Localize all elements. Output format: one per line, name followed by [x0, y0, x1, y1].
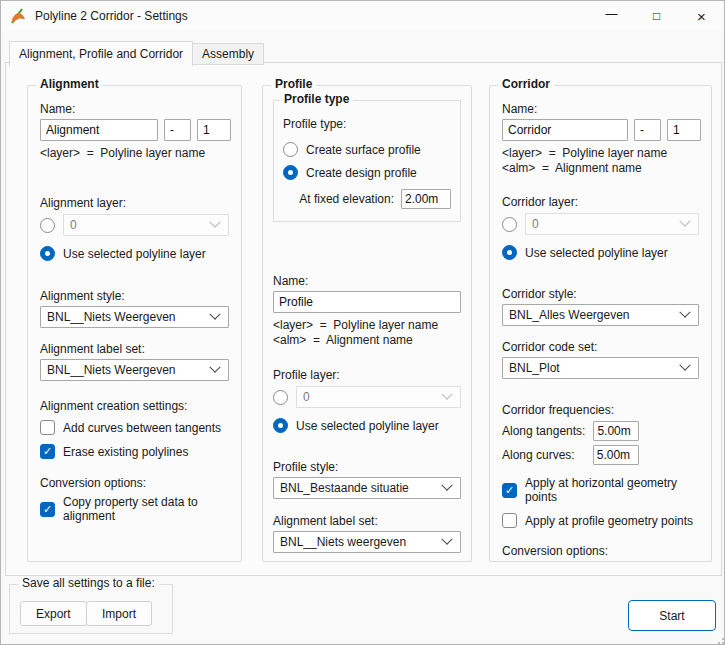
profile-use-selected-row: Use selected polyline layer	[273, 418, 461, 433]
profile-layer-radio[interactable]	[273, 390, 288, 405]
profile-style-combo-value: BNL_Bestaande situatie	[280, 481, 409, 495]
close-icon: ×	[697, 8, 706, 25]
corridor-style-combo[interactable]: BNL_Alles Weergeven	[502, 304, 699, 326]
corridor-style-label: Corridor style:	[502, 287, 699, 301]
profile-layer-hint: <layer> = Polyline layer name	[273, 318, 461, 332]
alignment-layer-radio[interactable]	[40, 218, 55, 233]
alignment-labelset-label: Alignment label set:	[40, 342, 229, 356]
alignment-layer-label: Alignment layer:	[40, 196, 229, 210]
add-curves-label[interactable]: Add curves between tangents	[63, 421, 221, 435]
chevron-down-icon	[441, 480, 452, 491]
surface-profile-radio[interactable]	[283, 142, 298, 157]
corridor-name-label: Name:	[502, 102, 699, 116]
maximize-button[interactable]: □	[634, 1, 679, 31]
add-curves-row: Add curves between tangents	[40, 420, 229, 435]
apply-profile-row: Apply at profile geometry points	[502, 513, 699, 528]
corridor-use-selected-label[interactable]: Use selected polyline layer	[525, 246, 668, 260]
chevron-down-icon	[209, 217, 220, 228]
corridor-layer-combo-value: 0	[532, 217, 539, 231]
profile-name-input[interactable]	[273, 291, 461, 313]
surface-profile-row: Create surface profile	[283, 142, 451, 157]
profile-layer-row: 0	[273, 386, 461, 408]
tab-alignment-profile-corridor[interactable]: Alignment, Profile and Corridor	[9, 41, 193, 66]
fixed-elevation-label: At fixed elevation:	[299, 192, 394, 206]
along-curves-input[interactable]	[593, 445, 639, 465]
chevron-down-icon	[679, 216, 690, 227]
alignment-labelset-combo[interactable]: BNL__Niets Weergeven	[40, 359, 229, 381]
apply-horizontal-checkbox[interactable]	[502, 483, 517, 498]
along-tangents-row: Along tangents:	[502, 421, 699, 441]
chevron-down-icon	[679, 360, 690, 371]
tab-assembly[interactable]: Assembly	[193, 43, 264, 65]
corridor-name-separator-input[interactable]	[634, 119, 661, 141]
corridor-codeset-combo-value: BNL_Plot	[509, 361, 560, 375]
tab-strip: Alignment, Profile and Corridor Assembly	[1, 31, 724, 65]
add-curves-checkbox[interactable]	[40, 420, 55, 435]
import-button[interactable]: Import	[86, 601, 152, 626]
corridor-codeset-combo[interactable]: BNL_Plot	[502, 357, 699, 379]
alignment-layer-combo[interactable]: 0	[63, 214, 229, 236]
start-button[interactable]: Start	[628, 600, 716, 631]
design-profile-radio[interactable]	[283, 165, 298, 180]
alignment-use-selected-label[interactable]: Use selected polyline layer	[63, 247, 206, 261]
profile-style-label: Profile style:	[273, 460, 461, 474]
chevron-down-icon	[209, 362, 220, 373]
profile-type-label: Profile type:	[283, 117, 451, 131]
profile-use-selected-radio[interactable]	[273, 418, 288, 433]
corridor-name-counter-input[interactable]	[667, 119, 701, 141]
corridor-conversion-label: Conversion options:	[502, 544, 699, 558]
apply-horizontal-label[interactable]: Apply at horizontal geometry points	[525, 476, 699, 504]
profile-style-combo[interactable]: BNL_Bestaande situatie	[273, 477, 461, 499]
title-bar: Polyline 2 Corridor - Settings — □ ×	[1, 1, 724, 31]
corridor-layer-hint: <layer> = Polyline layer name	[502, 146, 699, 160]
chevron-down-icon	[679, 307, 690, 318]
profile-group-body: Profile type Profile type: Create surfac…	[263, 86, 471, 561]
corridor-use-selected-radio[interactable]	[502, 245, 517, 260]
profile-name-label: Name:	[273, 274, 461, 288]
erase-polylines-checkbox[interactable]	[40, 444, 55, 459]
profile-layer-label: Profile layer:	[273, 368, 461, 382]
app-icon	[9, 7, 27, 25]
corridor-name-row	[502, 119, 699, 141]
alignment-name-counter-input[interactable]	[197, 119, 231, 141]
alignment-creation-settings-label: Alignment creation settings:	[40, 399, 229, 413]
bottom-panel: Save all settings to a file: Export Impo…	[1, 577, 725, 645]
minimize-button[interactable]: —	[589, 1, 634, 31]
corridor-group: Corridor Name: <layer> = Polyline layer …	[489, 85, 712, 562]
along-curves-label: Along curves:	[502, 448, 575, 462]
copy-propertyset-alignment-checkbox[interactable]	[40, 502, 55, 517]
alignment-name-separator-input[interactable]	[164, 119, 191, 141]
chevron-down-icon	[441, 534, 452, 545]
profile-labelset-label: Alignment label set:	[273, 514, 461, 528]
close-button[interactable]: ×	[679, 1, 724, 31]
corridor-name-input[interactable]	[502, 119, 628, 141]
copy-propertyset-alignment-label[interactable]: Copy property set data to alignment	[63, 495, 229, 523]
corridor-style-combo-value: BNL_Alles Weergeven	[509, 308, 630, 322]
apply-profile-checkbox[interactable]	[502, 513, 517, 528]
profile-labelset-combo[interactable]: BNL__Niets weergeven	[273, 531, 461, 553]
design-profile-label[interactable]: Create design profile	[306, 166, 417, 180]
alignment-style-combo[interactable]: BNL__Niets Weergeven	[40, 306, 229, 328]
fixed-elevation-input[interactable]	[401, 189, 451, 209]
window-title: Polyline 2 Corridor - Settings	[35, 9, 188, 23]
erase-polylines-label[interactable]: Erase existing polylines	[63, 445, 188, 459]
dialog-window: Polyline 2 Corridor - Settings — □ × Ali…	[0, 0, 725, 645]
profile-layer-combo[interactable]: 0	[296, 386, 461, 408]
alignment-group-body: Name: <layer> = Polyline layer name Alig…	[28, 86, 241, 561]
resize-grip[interactable]	[714, 634, 724, 644]
corridor-layer-combo[interactable]: 0	[525, 213, 699, 235]
export-button[interactable]: Export	[20, 601, 87, 626]
apply-profile-label[interactable]: Apply at profile geometry points	[525, 514, 693, 528]
alignment-use-selected-row: Use selected polyline layer	[40, 246, 229, 261]
alignment-labelset-combo-value: BNL__Niets Weergeven	[47, 363, 176, 377]
save-settings-group: Save all settings to a file: Export Impo…	[9, 584, 173, 634]
along-tangents-input[interactable]	[593, 421, 639, 441]
surface-profile-label[interactable]: Create surface profile	[306, 143, 421, 157]
alignment-layer-hint: <layer> = Polyline layer name	[40, 146, 229, 160]
corridor-use-selected-row: Use selected polyline layer	[502, 245, 699, 260]
profile-use-selected-label[interactable]: Use selected polyline layer	[296, 419, 439, 433]
alignment-group: Alignment Name: <layer> = Polyline layer…	[27, 85, 242, 562]
alignment-use-selected-radio[interactable]	[40, 246, 55, 261]
alignment-name-input[interactable]	[40, 119, 158, 141]
corridor-layer-radio[interactable]	[502, 217, 517, 232]
